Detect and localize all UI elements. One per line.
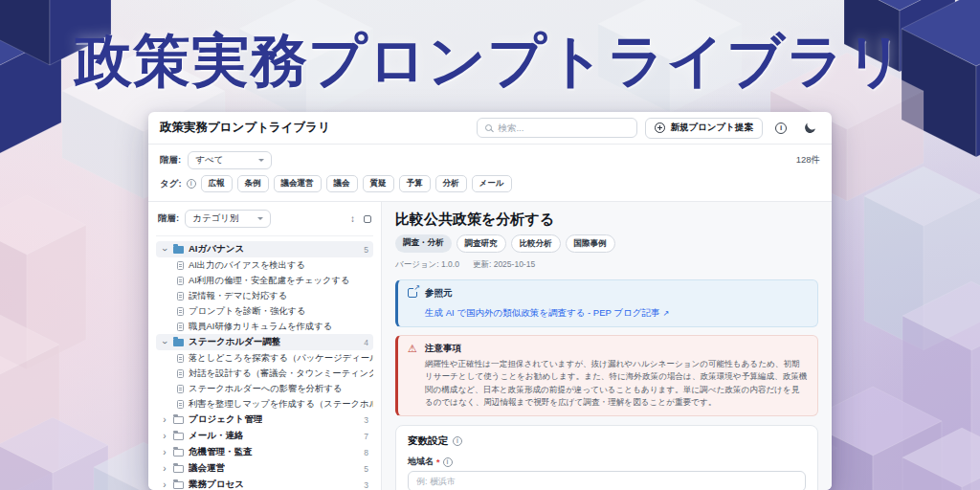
document-icon — [177, 292, 184, 301]
sidebar-prompt-item[interactable]: 誤情報・デマに対応する — [156, 288, 373, 303]
document-icon — [177, 385, 184, 393]
chevron-right-icon: › — [161, 432, 168, 441]
badge-row: 調査・分析 調査研究 比較分析 国際事例 — [395, 234, 818, 253]
dark-mode-toggle[interactable] — [799, 118, 820, 139]
folder-label: 議会運営 — [189, 462, 225, 475]
chevron-down-icon: › — [160, 246, 169, 254]
required-marker: * — [436, 457, 440, 467]
collapse-all-icon[interactable] — [364, 215, 371, 223]
field-label-region: 地域名 * — [408, 456, 806, 468]
sidebar-folder-process[interactable]: › 業務プロセス 3 — [156, 477, 373, 490]
sidebar-folder-crisis[interactable]: › 危機管理・監査 8 — [156, 444, 373, 460]
updated-text: 更新: 2025-10-15 — [473, 259, 535, 271]
sidebar-prompt-item[interactable]: 対話を設計する（審議会・タウンミーティング） — [156, 366, 373, 381]
folder-icon — [173, 449, 184, 457]
info-button[interactable] — [770, 118, 791, 139]
document-icon — [177, 400, 184, 409]
hierarchy-filter-select[interactable]: すべて — [188, 151, 272, 169]
prompt-item-label: 対話を設計する（審議会・タウンミーティング） — [189, 368, 373, 380]
sidebar: 階層: カテゴリ別 ↕ › AIガバナンス 5 AI出力のバイアスを検出する — [148, 202, 382, 490]
search-box[interactable] — [477, 118, 637, 138]
prompt-item-label: ステークホルダーへの影響を分析する — [189, 383, 342, 395]
new-prompt-button-label: 新規プロンプト提案 — [670, 122, 753, 134]
category-badge: 調査・分析 — [395, 234, 452, 253]
document-icon — [177, 354, 184, 363]
prompt-item-label: 利害を整理しマップを作成する（ステークホルダー調整） — [189, 398, 373, 411]
reference-link[interactable]: 生成 AI で国内外の類似政策を調査する - PEP ブログ記事 — [425, 307, 659, 318]
new-prompt-button[interactable]: 新規プロンプト提案 — [645, 118, 763, 139]
folder-icon — [173, 433, 184, 440]
folder-count: 5 — [364, 245, 368, 255]
tag-chip[interactable]: 議会運営 — [274, 175, 322, 192]
folder-label: ステークホルダー調整 — [189, 336, 280, 348]
sidebar-hierarchy-select[interactable]: カテゴリ別 — [185, 210, 271, 228]
variables-header: 変数設定 — [408, 434, 806, 448]
tag-chip[interactable]: 予算 — [399, 175, 431, 192]
tag-chip[interactable]: 質疑 — [363, 175, 394, 192]
sidebar-prompt-item[interactable]: 職員AI研修カリキュラムを作成する — [156, 319, 373, 334]
sidebar-prompt-item[interactable]: AI利用の倫理・安全配慮をチェックする — [156, 273, 373, 288]
chevron-right-icon: › — [161, 464, 168, 474]
sidebar-folder-project[interactable]: › プロジェクト管理 3 — [156, 412, 373, 428]
app-header: 政策実務プロンプトライブラリ 新規プロンプト提案 — [148, 112, 832, 145]
warning-icon: ⚠ — [408, 343, 417, 409]
prompt-item-label: AI出力のバイアスを検出する — [189, 259, 305, 272]
prompt-title: 比較公共政策を分析する — [395, 211, 818, 229]
sidebar-folder-stakeholder[interactable]: › ステークホルダー調整 4 — [156, 334, 373, 350]
info-icon — [453, 436, 462, 446]
info-icon — [775, 122, 787, 134]
external-link-icon: ↗ — [662, 309, 669, 318]
prompt-item-label: プロンプトを診断・強化する — [189, 305, 306, 318]
result-count: 128件 — [796, 154, 820, 167]
warning-title: 注意事項 — [425, 343, 808, 355]
chevron-right-icon: › — [161, 448, 168, 457]
sidebar-prompt-item[interactable]: 利害を整理しマップを作成する（ステークホルダー調整） — [156, 396, 373, 412]
filter-bar: 階層: すべて 128件 — [148, 145, 832, 169]
folder-count: 3 — [364, 415, 368, 425]
warning-callout: ⚠ 注意事項 網羅性や正確性は一定担保されていますが、抜け漏れやハルシネーション… — [395, 335, 818, 416]
prompt-item-label: 落としどころを探索する（パッケージディール設計） — [189, 352, 373, 365]
region-name-field[interactable] — [408, 471, 806, 490]
sidebar-folder-ai-governance[interactable]: › AIガバナンス 5 — [156, 241, 373, 257]
search-icon — [485, 124, 492, 131]
folder-count: 8 — [364, 448, 368, 457]
chevron-down-icon — [258, 159, 264, 162]
sidebar-hierarchy-label: 階層: — [158, 212, 179, 225]
folder-icon — [173, 481, 184, 489]
chevron-right-icon: › — [161, 480, 168, 490]
sidebar-prompt-item[interactable]: AI出力のバイアスを検出する — [156, 257, 373, 273]
tag-chip[interactable]: 分析 — [435, 175, 467, 192]
sidebar-folder-assembly[interactable]: › 議会運営 5 — [156, 460, 373, 477]
sidebar-tools: ↕ — [350, 214, 371, 224]
hierarchy-filter-value: すべて — [195, 154, 223, 167]
hero-title: 政策実務プロンプトライブラリ — [0, 23, 980, 100]
chevron-right-icon: › — [161, 415, 168, 425]
chevron-down-icon — [257, 217, 263, 220]
document-icon — [177, 307, 184, 316]
reference-callout: 参照元 生成 AI で国内外の類似政策を調査する - PEP ブログ記事↗ — [395, 279, 818, 327]
moon-icon — [803, 121, 816, 134]
sidebar-prompt-item[interactable]: ステークホルダーへの影響を分析する — [156, 381, 373, 396]
info-icon — [443, 457, 453, 467]
tag-badge: 調査研究 — [457, 234, 506, 253]
sidebar-prompt-item[interactable]: プロンプトを診断・強化する — [156, 303, 373, 319]
folder-count: 4 — [364, 338, 368, 347]
meta-row: バージョン: 1.0.0 更新: 2025-10-15 — [395, 259, 818, 271]
folder-count: 7 — [364, 432, 368, 441]
tag-bar: タグ: 広報 条例 議会運営 議会 質疑 予算 分析 メール — [148, 169, 832, 202]
folder-open-icon — [173, 339, 184, 346]
expand-all-icon[interactable]: ↕ — [350, 214, 355, 224]
variables-title: 変数設定 — [408, 434, 448, 448]
tag-chip[interactable]: 議会 — [326, 175, 358, 192]
reference-title: 参照元 — [425, 287, 669, 300]
folder-open-icon — [173, 246, 184, 254]
tag-chip[interactable]: 条例 — [237, 175, 269, 192]
folder-count: 3 — [364, 480, 368, 490]
tag-chip[interactable]: 広報 — [201, 175, 233, 192]
sidebar-prompt-item[interactable]: 落としどころを探索する（パッケージディール設計） — [156, 350, 373, 366]
sidebar-folder-mail[interactable]: › メール・連絡 7 — [156, 428, 373, 444]
folder-label: 危機管理・監査 — [189, 446, 253, 458]
tag-chip[interactable]: メール — [472, 175, 512, 192]
search-input[interactable] — [498, 122, 629, 133]
tags-label: タグ: — [160, 178, 182, 190]
